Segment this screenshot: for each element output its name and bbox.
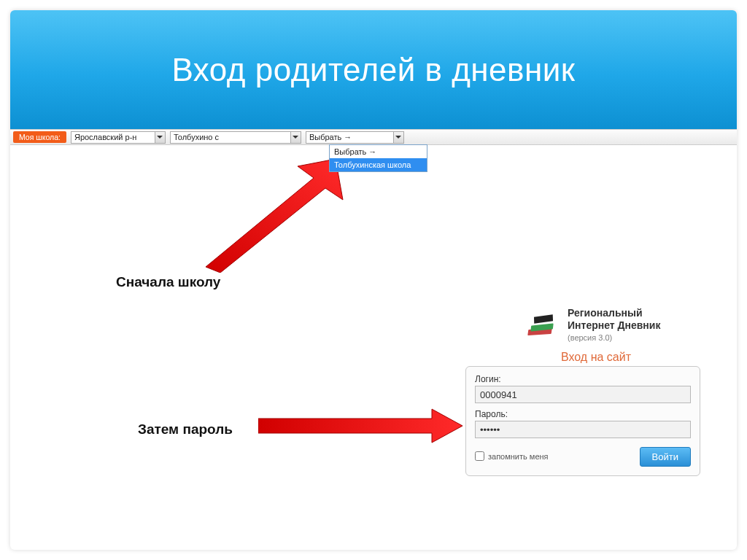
chevron-down-icon: [393, 132, 403, 143]
locality-select[interactable]: Толбухино с: [170, 131, 301, 144]
page-title: Вход родителей в дневник: [171, 52, 575, 88]
product-line1: Региональный: [568, 307, 660, 319]
school-selector-toolbar: Моя школа: Ярославский р-н Толбухино с В…: [10, 129, 737, 145]
svg-marker-1: [258, 409, 462, 443]
school-select[interactable]: Выбрать →: [306, 131, 404, 144]
password-input[interactable]: [475, 421, 691, 438]
chevron-down-icon: [155, 132, 165, 143]
product-branding: Региональный Интернет Дневник (версия 3.…: [521, 307, 660, 343]
slide-header: Вход родителей в дневник: [10, 10, 737, 129]
remember-me[interactable]: запомнить меня: [475, 451, 549, 461]
login-card: Логин: Пароль: запомнить меня Войти: [465, 366, 700, 476]
remember-checkbox[interactable]: [475, 451, 484, 461]
arrow-icon: [258, 408, 462, 444]
school-option-selected[interactable]: Толбухинская школа: [330, 158, 427, 171]
login-input[interactable]: [475, 386, 691, 403]
submit-button[interactable]: Войти: [640, 447, 691, 467]
product-logo-icon: [521, 310, 559, 339]
password-field-label: Пароль:: [475, 409, 691, 419]
my-school-tag: Моя школа:: [13, 131, 66, 143]
svg-marker-0: [206, 159, 343, 273]
chevron-down-icon: [290, 132, 301, 143]
school-dropdown[interactable]: Выбрать → Толбухинская школа: [329, 144, 427, 172]
product-line2: Интернет Дневник: [568, 319, 660, 332]
locality-select-value: Толбухино с: [174, 133, 219, 141]
arrow-icon: [200, 156, 346, 273]
slide: Вход родителей в дневник Моя школа: Ярос…: [10, 10, 737, 550]
login-title: Вход на сайт: [561, 351, 631, 364]
region-select-value: Ярославский р-н: [74, 133, 136, 141]
product-text: Региональный Интернет Дневник (версия 3.…: [568, 307, 660, 343]
school-select-value: Выбрать →: [309, 133, 352, 141]
caption-first-step: Сначала школу: [116, 274, 220, 290]
remember-label: запомнить меня: [488, 452, 549, 461]
school-option-placeholder[interactable]: Выбрать →: [330, 145, 427, 158]
product-version: (версия 3.0): [568, 333, 660, 343]
login-field-label: Логин:: [475, 374, 691, 384]
region-select[interactable]: Ярославский р-н: [71, 131, 166, 144]
caption-second-step: Затем пароль: [138, 421, 233, 438]
